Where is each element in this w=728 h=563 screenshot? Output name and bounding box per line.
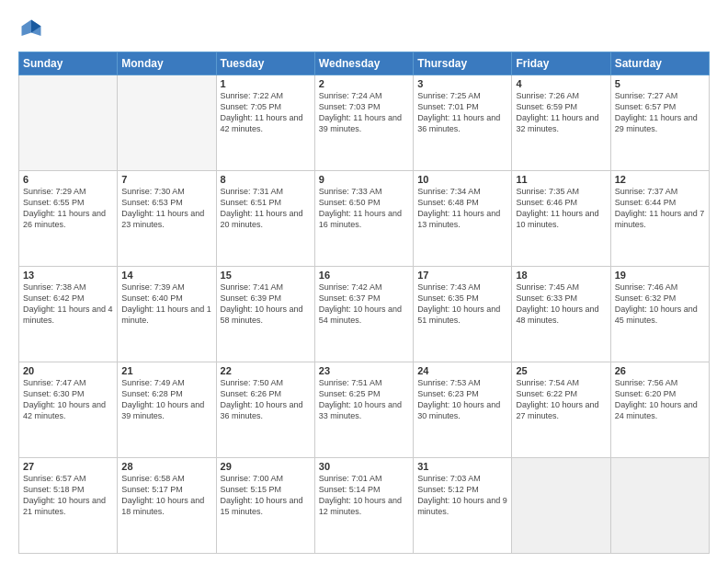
weekday-header-tuesday: Tuesday	[216, 52, 314, 75]
day-info: Sunrise: 7:01 AMSunset: 5:14 PMDaylight:…	[319, 473, 409, 518]
page: SundayMondayTuesdayWednesdayThursdayFrid…	[0, 0, 728, 563]
week-row-4: 20Sunrise: 7:47 AMSunset: 6:30 PMDayligh…	[19, 362, 710, 458]
day-number: 28	[121, 461, 211, 472]
day-number: 29	[221, 461, 311, 472]
calendar-cell: 7Sunrise: 7:30 AMSunset: 6:53 PMDaylight…	[118, 171, 216, 267]
day-info: Sunrise: 7:38 AMSunset: 6:42 PMDaylight:…	[23, 282, 113, 327]
day-info: Sunrise: 7:42 AMSunset: 6:37 PMDaylight:…	[319, 282, 409, 327]
day-number: 5	[615, 78, 705, 89]
calendar-cell: 24Sunrise: 7:53 AMSunset: 6:23 PMDayligh…	[414, 362, 512, 458]
day-number: 2	[319, 78, 409, 89]
day-info: Sunrise: 7:46 AMSunset: 6:32 PMDaylight:…	[615, 282, 705, 327]
day-info: Sunrise: 7:30 AMSunset: 6:53 PMDaylight:…	[121, 186, 211, 231]
calendar-cell: 26Sunrise: 7:56 AMSunset: 6:20 PMDayligh…	[610, 362, 709, 458]
calendar-cell: 20Sunrise: 7:47 AMSunset: 6:30 PMDayligh…	[19, 362, 118, 458]
header	[18, 17, 710, 42]
day-number: 18	[516, 270, 606, 281]
day-number: 31	[417, 461, 507, 472]
day-number: 1	[221, 78, 311, 89]
day-number: 12	[615, 174, 705, 185]
day-info: Sunrise: 7:29 AMSunset: 6:55 PMDaylight:…	[23, 186, 113, 231]
weekday-header-wednesday: Wednesday	[314, 52, 413, 75]
calendar-cell: 22Sunrise: 7:50 AMSunset: 6:26 PMDayligh…	[216, 362, 314, 458]
day-number: 16	[319, 270, 409, 281]
day-info: Sunrise: 7:49 AMSunset: 6:28 PMDaylight:…	[121, 377, 211, 422]
week-row-3: 13Sunrise: 7:38 AMSunset: 6:42 PMDayligh…	[19, 267, 710, 362]
day-number: 27	[23, 461, 113, 472]
day-info: Sunrise: 7:45 AMSunset: 6:33 PMDaylight:…	[516, 282, 606, 327]
day-info: Sunrise: 7:51 AMSunset: 6:25 PMDaylight:…	[319, 377, 409, 422]
calendar-cell: 5Sunrise: 7:27 AMSunset: 6:57 PMDaylight…	[610, 75, 709, 171]
day-info: Sunrise: 7:25 AMSunset: 7:01 PMDaylight:…	[417, 90, 507, 135]
calendar-cell: 19Sunrise: 7:46 AMSunset: 6:32 PMDayligh…	[610, 267, 709, 362]
calendar-cell: 14Sunrise: 7:39 AMSunset: 6:40 PMDayligh…	[118, 267, 216, 362]
weekday-header-thursday: Thursday	[414, 52, 512, 75]
day-info: Sunrise: 7:41 AMSunset: 6:39 PMDaylight:…	[221, 282, 311, 327]
calendar-table: SundayMondayTuesdayWednesdayThursdayFrid…	[18, 52, 710, 554]
day-info: Sunrise: 7:24 AMSunset: 7:03 PMDaylight:…	[319, 90, 409, 135]
calendar-cell: 25Sunrise: 7:54 AMSunset: 6:22 PMDayligh…	[512, 362, 610, 458]
day-info: Sunrise: 7:56 AMSunset: 6:20 PMDaylight:…	[615, 377, 705, 422]
logo	[18, 17, 48, 42]
day-number: 13	[23, 270, 113, 281]
day-number: 11	[516, 174, 606, 185]
day-info: Sunrise: 6:57 AMSunset: 5:18 PMDaylight:…	[23, 473, 113, 518]
day-info: Sunrise: 7:47 AMSunset: 6:30 PMDaylight:…	[23, 377, 113, 422]
day-number: 9	[319, 174, 409, 185]
day-number: 19	[615, 270, 705, 281]
calendar-cell: 11Sunrise: 7:35 AMSunset: 6:46 PMDayligh…	[512, 171, 610, 267]
calendar-cell: 12Sunrise: 7:37 AMSunset: 6:44 PMDayligh…	[610, 171, 709, 267]
day-info: Sunrise: 7:35 AMSunset: 6:46 PMDaylight:…	[516, 186, 606, 231]
weekday-header-monday: Monday	[118, 52, 216, 75]
calendar-cell	[610, 458, 709, 554]
calendar-cell	[512, 458, 610, 554]
day-number: 24	[417, 365, 507, 376]
day-number: 21	[121, 365, 211, 376]
day-number: 30	[319, 461, 409, 472]
weekday-header-sunday: Sunday	[19, 52, 118, 75]
calendar-cell: 8Sunrise: 7:31 AMSunset: 6:51 PMDaylight…	[216, 171, 314, 267]
day-info: Sunrise: 7:54 AMSunset: 6:22 PMDaylight:…	[516, 377, 606, 422]
day-number: 15	[221, 270, 311, 281]
calendar-cell: 31Sunrise: 7:03 AMSunset: 5:12 PMDayligh…	[414, 458, 512, 554]
day-number: 4	[516, 78, 606, 89]
calendar-cell: 18Sunrise: 7:45 AMSunset: 6:33 PMDayligh…	[512, 267, 610, 362]
calendar-cell: 10Sunrise: 7:34 AMSunset: 6:48 PMDayligh…	[414, 171, 512, 267]
calendar-cell: 6Sunrise: 7:29 AMSunset: 6:55 PMDaylight…	[19, 171, 118, 267]
calendar-cell: 28Sunrise: 6:58 AMSunset: 5:17 PMDayligh…	[118, 458, 216, 554]
day-number: 10	[417, 174, 507, 185]
weekday-header-friday: Friday	[512, 52, 610, 75]
calendar-cell: 9Sunrise: 7:33 AMSunset: 6:50 PMDaylight…	[314, 171, 413, 267]
weekday-header-saturday: Saturday	[610, 52, 709, 75]
calendar-cell: 1Sunrise: 7:22 AMSunset: 7:05 PMDaylight…	[216, 75, 314, 171]
calendar-cell: 21Sunrise: 7:49 AMSunset: 6:28 PMDayligh…	[118, 362, 216, 458]
day-info: Sunrise: 7:37 AMSunset: 6:44 PMDaylight:…	[615, 186, 705, 231]
week-row-5: 27Sunrise: 6:57 AMSunset: 5:18 PMDayligh…	[19, 458, 710, 554]
day-number: 23	[319, 365, 409, 376]
day-number: 26	[615, 365, 705, 376]
day-info: Sunrise: 7:33 AMSunset: 6:50 PMDaylight:…	[319, 186, 409, 231]
day-info: Sunrise: 7:53 AMSunset: 6:23 PMDaylight:…	[417, 377, 507, 422]
calendar-cell: 27Sunrise: 6:57 AMSunset: 5:18 PMDayligh…	[19, 458, 118, 554]
calendar-cell: 13Sunrise: 7:38 AMSunset: 6:42 PMDayligh…	[19, 267, 118, 362]
day-info: Sunrise: 7:22 AMSunset: 7:05 PMDaylight:…	[221, 90, 311, 135]
weekday-header-row: SundayMondayTuesdayWednesdayThursdayFrid…	[19, 52, 710, 75]
day-number: 3	[417, 78, 507, 89]
day-number: 25	[516, 365, 606, 376]
day-info: Sunrise: 7:03 AMSunset: 5:12 PMDaylight:…	[417, 473, 507, 518]
calendar-cell: 16Sunrise: 7:42 AMSunset: 6:37 PMDayligh…	[314, 267, 413, 362]
day-info: Sunrise: 7:26 AMSunset: 6:59 PMDaylight:…	[516, 90, 606, 135]
day-info: Sunrise: 7:00 AMSunset: 5:15 PMDaylight:…	[221, 473, 311, 518]
day-info: Sunrise: 7:31 AMSunset: 6:51 PMDaylight:…	[221, 186, 311, 231]
calendar-cell: 23Sunrise: 7:51 AMSunset: 6:25 PMDayligh…	[314, 362, 413, 458]
week-row-2: 6Sunrise: 7:29 AMSunset: 6:55 PMDaylight…	[19, 171, 710, 267]
day-number: 14	[121, 270, 211, 281]
calendar-cell: 3Sunrise: 7:25 AMSunset: 7:01 PMDaylight…	[414, 75, 512, 171]
week-row-1: 1Sunrise: 7:22 AMSunset: 7:05 PMDaylight…	[19, 75, 710, 171]
day-info: Sunrise: 7:39 AMSunset: 6:40 PMDaylight:…	[121, 282, 211, 327]
day-number: 17	[417, 270, 507, 281]
calendar-cell	[118, 75, 216, 171]
calendar-cell: 30Sunrise: 7:01 AMSunset: 5:14 PMDayligh…	[314, 458, 413, 554]
day-number: 6	[23, 174, 113, 185]
calendar-cell: 15Sunrise: 7:41 AMSunset: 6:39 PMDayligh…	[216, 267, 314, 362]
